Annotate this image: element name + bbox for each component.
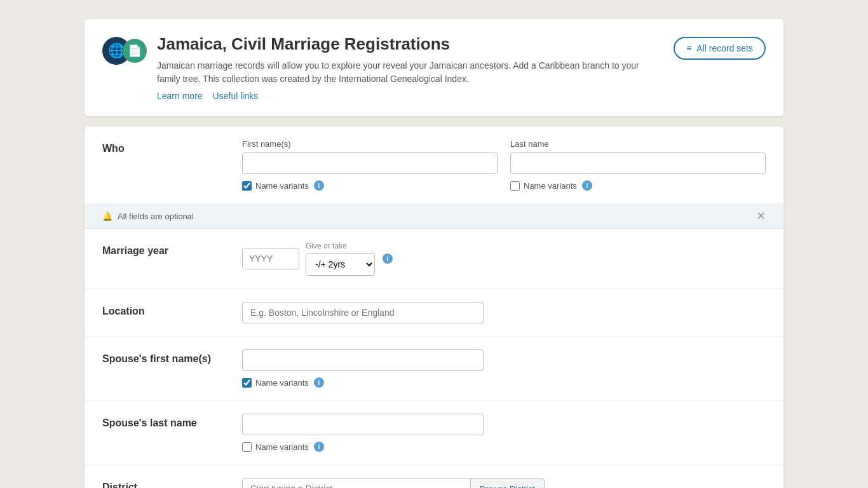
info-banner-close-button[interactable]: ✕ [756,210,766,222]
learn-more-link[interactable]: Learn more [157,91,203,101]
first-name-variants-checkbox[interactable] [242,181,252,191]
document-icon: 📄 [123,39,147,63]
info-banner-icon: 🔔 [102,212,112,221]
district-input[interactable] [242,478,471,488]
district-row: District Browse District [85,465,783,488]
spouses-last-name-variants-checkbox[interactable] [242,442,252,452]
spouses-last-name-content: Name variants i [242,414,766,452]
first-name-group: First name(s) [242,139,498,174]
first-name-label: First name(s) [242,139,498,149]
marriage-year-input[interactable] [242,248,299,269]
last-name-label: Last name [510,139,766,149]
info-banner: 🔔 All fields are optional ✕ [85,204,783,229]
who-content: First name(s) Last name Name variants i [242,139,766,191]
marriage-year-row: Marriage year Give or take -/+ 2yrs -/+ … [85,229,783,289]
spouses-first-name-input[interactable] [242,349,484,371]
give-take-select[interactable]: -/+ 2yrs -/+ 1yr -/+ 5yrs -/+ 10yrs Exac… [306,253,375,276]
all-record-sets-label: All record sets [696,43,753,53]
form-card: Who First name(s) Last name [85,126,783,488]
spouses-first-name-variants-label: Name variants [255,378,309,388]
header-icons: 🌐 📄 [102,37,147,65]
give-take-label: Give or take [306,241,375,250]
last-name-variants-container: Name variants i [510,180,766,191]
last-name-group: Last name [510,139,766,174]
page-title: Jamaica, Civil Marriage Registrations [157,34,653,54]
district-label: District [102,478,242,488]
spouses-first-name-content: Name variants i [242,349,766,388]
spouses-first-name-variants-checkbox[interactable] [242,378,252,388]
location-content [242,302,766,323]
marriage-year-label: Marriage year [102,241,242,257]
list-icon: ≡ [686,43,691,53]
spouses-last-name-variants-label: Name variants [255,442,309,452]
location-label: Location [102,302,242,317]
marriage-year-content: Give or take -/+ 2yrs -/+ 1yr -/+ 5yrs -… [242,241,766,276]
marriage-year-info-icon[interactable]: i [383,254,393,264]
header-description: Jamaican marriage records will allow you… [157,59,653,86]
last-name-variants-checkbox[interactable] [510,181,520,191]
spouses-first-name-label: Spouse's first name(s) [102,349,242,365]
first-name-input[interactable] [242,152,498,174]
spouses-first-name-row: Spouse's first name(s) Name variants i [85,337,783,401]
header-links: Learn more Useful links [157,91,653,101]
first-name-variants-info-icon[interactable]: i [314,180,324,191]
location-input[interactable] [242,302,484,323]
spouses-last-name-input[interactable] [242,414,484,435]
give-take-group: Give or take -/+ 2yrs -/+ 1yr -/+ 5yrs -… [306,241,375,276]
last-name-input[interactable] [510,152,766,174]
who-row: Who First name(s) Last name [85,126,783,204]
who-label: Who [102,139,242,154]
useful-links-link[interactable]: Useful links [213,91,259,101]
last-name-variants-label: Name variants [524,181,577,191]
spouses-last-name-variants-info-icon[interactable]: i [314,442,324,452]
location-row: Location [85,289,783,337]
district-content: Browse District [242,478,766,488]
first-name-variants-container: Name variants i [242,180,498,191]
header-card: 🌐 📄 Jamaica, Civil Marriage Registration… [85,19,783,116]
browse-district-button[interactable]: Browse District [471,478,545,489]
spouses-last-name-row: Spouse's last name Name variants i [85,401,783,465]
spouses-first-name-variants-info-icon[interactable]: i [314,377,324,388]
info-banner-message: All fields are optional [118,212,194,221]
all-record-sets-button[interactable]: ≡ All record sets [674,37,766,60]
first-name-variants-label: Name variants [255,181,309,191]
spouses-last-name-label: Spouse's last name [102,414,242,429]
last-name-variants-info-icon[interactable]: i [582,180,592,191]
